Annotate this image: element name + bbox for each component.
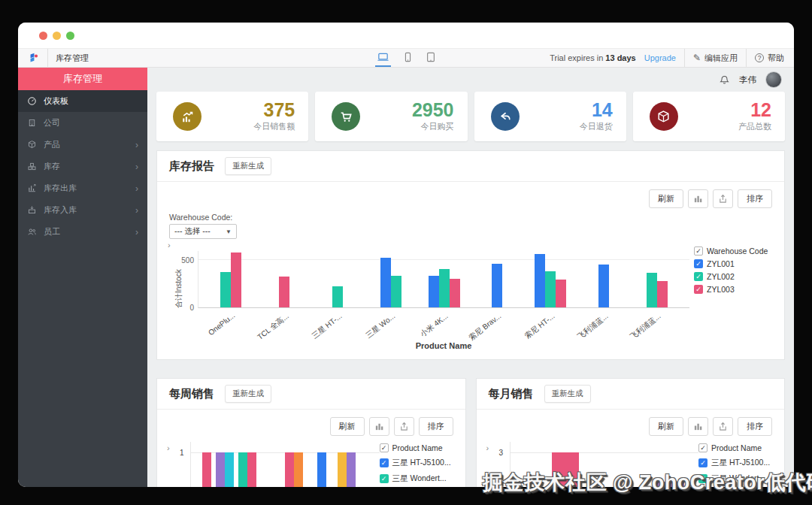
y-axis-label: 合计Instock [174, 269, 184, 308]
inventory-report-panel: 库存报告 重新生成 刷新 排序 Warehouse [156, 150, 785, 360]
help-button[interactable]: ? 帮助 [755, 53, 784, 64]
regenerate-button[interactable]: 重新生成 [544, 385, 591, 403]
sidebar-app-title[interactable]: 库存管理 [18, 68, 147, 90]
notifications-bell-icon[interactable] [719, 74, 730, 86]
phone-icon[interactable] [403, 49, 413, 67]
edit-app-button[interactable]: ✎ 编辑应用 [693, 53, 738, 64]
bar[interactable] [285, 452, 294, 487]
checkbox-checked-icon[interactable]: ✓ [698, 443, 707, 452]
bar-ZYL003[interactable] [231, 252, 241, 307]
bar-ZYL003[interactable] [657, 281, 668, 307]
export-button[interactable] [713, 189, 733, 208]
bar-ZYL001[interactable] [535, 254, 545, 307]
sort-button[interactable]: 排序 [738, 417, 772, 436]
bar-ZYL001[interactable] [598, 265, 609, 307]
bar[interactable] [225, 452, 234, 487]
sidebar-item-stock-in[interactable]: 库存入库› [18, 199, 147, 221]
regenerate-button[interactable]: 重新生成 [225, 385, 271, 403]
bar[interactable] [338, 452, 347, 487]
refresh-button[interactable]: 刷新 [649, 189, 683, 208]
bar-group: 小米 4K... [417, 251, 471, 307]
bar[interactable] [247, 452, 256, 487]
checkbox-checked-icon[interactable]: ✓ [380, 458, 389, 467]
bar-ZYL002[interactable] [545, 271, 556, 307]
minimize-window-button[interactable] [53, 32, 61, 40]
legend-item[interactable]: ✓三星 Wondert... [380, 473, 458, 484]
legend-title: Product Name [711, 443, 762, 452]
chart-toolbar: 刷新 排序 [157, 410, 465, 437]
expand-axis-icon[interactable]: › [168, 240, 171, 249]
legend-item[interactable]: ✓三星 HT-J5100... [380, 458, 458, 468]
expand-axis-icon[interactable]: › [486, 443, 489, 452]
pencil-icon: ✎ [693, 53, 701, 63]
sidebar-item-employees[interactable]: 员工› [18, 221, 147, 243]
app-tab-label: 库存管理 [56, 53, 89, 64]
user-bar: 李伟 [156, 68, 785, 92]
avatar[interactable] [765, 71, 782, 88]
regenerate-button[interactable]: 重新生成 [225, 157, 271, 175]
sidebar-item-inventory[interactable]: 库存› [18, 156, 147, 177]
app-tab[interactable]: 库存管理 [18, 49, 89, 67]
legend-item[interactable]: ✓三星 HT-J5100... [698, 458, 777, 468]
chart-row: › 合计Instock 0500OnePlu...TCL 全高...三星 HT-… [157, 239, 784, 359]
checkbox-checked-icon[interactable]: ✓ [694, 259, 703, 268]
expand-axis-icon[interactable]: › [167, 443, 170, 452]
tablet-icon[interactable] [425, 49, 437, 67]
bar[interactable] [347, 452, 356, 487]
bar-group [202, 452, 211, 487]
checkbox-checked-icon[interactable]: ✓ [698, 458, 707, 467]
sales-trend-icon [173, 102, 201, 131]
chart-type-button[interactable] [688, 189, 708, 208]
chart-type-button[interactable] [688, 417, 708, 436]
legend-item[interactable]: ✓ZYL003 [694, 285, 780, 294]
upgrade-link[interactable]: Upgrade [644, 53, 676, 62]
checkbox-checked-icon[interactable]: ✓ [694, 272, 703, 281]
sidebar-item-company[interactable]: 公司 [18, 112, 147, 134]
checkbox-checked-icon[interactable]: ✓ [380, 474, 389, 483]
x-axis-label: Product Name [198, 341, 689, 350]
bar-ZYL002[interactable] [647, 273, 657, 307]
bar-ZYL002[interactable] [220, 272, 231, 307]
refresh-button[interactable]: 刷新 [649, 417, 683, 436]
laptop-icon[interactable] [375, 49, 391, 67]
legend-item[interactable]: ✓ZYL001 [694, 259, 780, 268]
bar-ZYL003[interactable] [450, 279, 460, 307]
close-window-button[interactable] [39, 32, 47, 40]
checkbox-checked-icon[interactable]: ✓ [380, 443, 389, 452]
bar-ZYL003[interactable] [556, 280, 566, 307]
bar[interactable] [294, 452, 303, 487]
kpi-card-today-purchases: 2950 今日购买 [315, 92, 467, 141]
bar[interactable] [238, 452, 247, 487]
maximize-window-button[interactable] [66, 32, 74, 40]
bar[interactable] [317, 452, 326, 487]
trial-expiry-text: Trial expires in 13 days [550, 53, 636, 62]
sidebar-item-dashboard[interactable]: 仪表板 [18, 90, 147, 112]
bar[interactable] [216, 452, 225, 487]
warehouse-select[interactable]: --- 选择 --- ▼ [169, 224, 237, 239]
export-button[interactable] [394, 417, 414, 436]
sidebar-item-products[interactable]: 产品› [18, 134, 147, 156]
legend-title-row[interactable]: ✓Product Name [380, 443, 458, 452]
sort-button[interactable]: 排序 [738, 189, 772, 208]
legend-title-row[interactable]: ✓Warehouse Code [694, 246, 780, 256]
bar-ZYL002[interactable] [332, 286, 343, 307]
bar[interactable] [202, 452, 211, 487]
export-button[interactable] [713, 417, 733, 436]
bar-ZYL001[interactable] [380, 258, 391, 307]
checkbox-checked-icon[interactable]: ✓ [694, 246, 703, 256]
bar-ZYL002[interactable] [439, 269, 450, 307]
bar-ZYL001[interactable] [492, 264, 502, 307]
bar-ZYL003[interactable] [279, 277, 289, 307]
sidebar-item-stock-out[interactable]: 库存出库› [18, 177, 147, 199]
export-icon [399, 422, 409, 431]
checkbox-checked-icon[interactable]: ✓ [694, 285, 703, 294]
panel-header: 每月销售 重新生成 [477, 379, 785, 410]
zoho-creator-logo-icon [28, 52, 40, 64]
bar-ZYL001[interactable] [429, 276, 439, 307]
bar-ZYL002[interactable] [391, 276, 401, 307]
legend-title-row[interactable]: ✓Product Name [698, 443, 777, 452]
sort-button[interactable]: 排序 [419, 417, 453, 436]
refresh-button[interactable]: 刷新 [330, 417, 365, 436]
legend-item[interactable]: ✓ZYL002 [694, 272, 780, 281]
chart-type-button[interactable] [369, 417, 389, 436]
